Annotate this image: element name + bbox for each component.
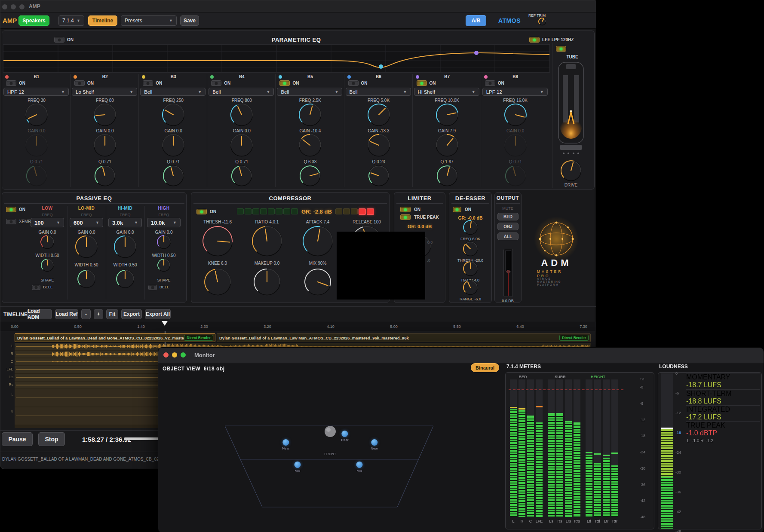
audio-object[interactable]: Near bbox=[282, 439, 289, 450]
band-freq-knob[interactable] bbox=[435, 103, 459, 127]
save-button[interactable]: Save bbox=[180, 15, 199, 26]
comp-knob[interactable] bbox=[302, 225, 334, 257]
audio-object[interactable]: Mid bbox=[356, 462, 363, 473]
audio-object-dot[interactable] bbox=[371, 439, 378, 446]
eq-curve-display[interactable] bbox=[3, 44, 550, 73]
close-icon[interactable] bbox=[2, 4, 7, 9]
band-on-toggle[interactable] bbox=[417, 80, 427, 86]
band-type-select[interactable]: Bell▼ bbox=[277, 88, 342, 96]
band-gain-knob[interactable] bbox=[93, 133, 117, 157]
limiter-on-toggle[interactable] bbox=[400, 207, 411, 212]
band-on-toggle[interactable] bbox=[211, 80, 221, 86]
audio-object[interactable]: Near bbox=[371, 439, 378, 450]
passive-width-knob[interactable] bbox=[115, 269, 135, 289]
band-q-knob[interactable] bbox=[436, 165, 458, 187]
band-on-toggle[interactable] bbox=[279, 80, 290, 86]
eq-node-b5[interactable] bbox=[379, 64, 383, 69]
passive-gain-knob[interactable] bbox=[74, 235, 98, 259]
band-gain-knob[interactable] bbox=[25, 133, 49, 157]
parametric-eq-on-toggle[interactable] bbox=[54, 37, 64, 43]
timeline-btn-export-all[interactable]: Export All bbox=[145, 309, 171, 319]
ab-compare-button[interactable]: A/B bbox=[466, 15, 486, 26]
presets-select[interactable]: Presets▼ bbox=[121, 15, 177, 26]
band-freq-knob[interactable] bbox=[25, 103, 49, 127]
passive-freq-select[interactable]: 100▼ bbox=[31, 218, 64, 227]
timeline-clip[interactable]: Dylan Gossett_Ballad of a Lawman_Dead an… bbox=[15, 333, 215, 342]
band-freq-knob[interactable] bbox=[93, 103, 117, 127]
band-gain-knob[interactable] bbox=[161, 133, 185, 157]
timeline-btn-load-adm[interactable]: Load ADM bbox=[27, 309, 52, 319]
comp-knob[interactable] bbox=[202, 225, 233, 257]
band-type-select[interactable]: LPF 12▼ bbox=[482, 88, 548, 96]
bell-toggle[interactable] bbox=[32, 285, 40, 290]
passive-freq-select[interactable]: 3.0k▼ bbox=[108, 218, 142, 227]
lfe-lpf-toggle[interactable] bbox=[529, 37, 540, 43]
passive-gain-knob[interactable] bbox=[156, 234, 172, 250]
timeline-btn--[interactable]: - bbox=[81, 309, 91, 319]
audio-object[interactable]: Mid bbox=[295, 462, 301, 473]
comp-knob[interactable] bbox=[253, 268, 281, 296]
bell-toggle[interactable] bbox=[148, 285, 157, 290]
band-q-knob[interactable] bbox=[25, 165, 48, 187]
output-all-button[interactable]: ALL bbox=[497, 232, 519, 240]
band-type-select[interactable]: Bell▼ bbox=[209, 88, 274, 96]
band-type-select[interactable]: Lo Shelf▼ bbox=[72, 88, 137, 96]
drive-knob[interactable] bbox=[560, 159, 582, 182]
timeline-clip[interactable]: Dylan Gossett_Ballad of a Lawman_Law Man… bbox=[217, 333, 591, 342]
band-type-select[interactable]: HPF 12▼ bbox=[3, 88, 69, 96]
comp-knob[interactable] bbox=[251, 225, 283, 257]
stop-button[interactable]: Stop bbox=[38, 432, 65, 446]
band-freq-knob[interactable] bbox=[367, 103, 391, 127]
comp-knob[interactable] bbox=[304, 268, 332, 296]
output-bed-button[interactable]: BED bbox=[497, 213, 519, 220]
minimize-icon[interactable] bbox=[172, 352, 177, 358]
pause-button[interactable]: Pause bbox=[2, 432, 33, 446]
timeline-ruler[interactable] bbox=[0, 322, 596, 331]
band-gain-knob[interactable] bbox=[367, 133, 391, 157]
band-gain-knob[interactable] bbox=[298, 133, 322, 157]
compressor-on-toggle[interactable] bbox=[196, 209, 207, 214]
band-q-knob[interactable] bbox=[94, 165, 116, 187]
deesser-knob[interactable] bbox=[462, 279, 479, 296]
band-on-toggle[interactable] bbox=[6, 80, 16, 86]
band-q-knob[interactable] bbox=[504, 165, 527, 187]
ref-trim-knob[interactable] bbox=[537, 17, 547, 26]
timeline-btn--[interactable]: + bbox=[94, 309, 103, 319]
deesser-knob[interactable] bbox=[462, 260, 479, 277]
timeline-btn-load-ref[interactable]: Load Ref bbox=[55, 309, 78, 319]
band-freq-knob[interactable] bbox=[298, 103, 322, 127]
band-q-knob[interactable] bbox=[162, 165, 184, 187]
band-on-toggle[interactable] bbox=[485, 80, 495, 86]
audio-object-dot[interactable] bbox=[283, 439, 289, 446]
passive-gain-knob[interactable] bbox=[40, 234, 55, 250]
band-gain-knob[interactable] bbox=[503, 133, 528, 157]
audio-object[interactable]: Rear bbox=[341, 431, 348, 442]
band-on-toggle[interactable] bbox=[74, 80, 85, 86]
audio-object-dot[interactable] bbox=[295, 462, 301, 468]
band-gain-knob[interactable] bbox=[435, 133, 459, 157]
speakers-button[interactable]: Speakers bbox=[18, 15, 49, 26]
deesser-on-toggle[interactable] bbox=[453, 207, 461, 212]
tube-on-toggle[interactable] bbox=[556, 46, 566, 52]
band-on-toggle[interactable] bbox=[348, 80, 359, 86]
passive-freq-select[interactable]: 600▼ bbox=[70, 218, 103, 227]
band-type-select[interactable]: Bell▼ bbox=[346, 88, 411, 96]
output-fader-handle[interactable] bbox=[505, 250, 511, 272]
timeline-btn-export[interactable]: Export bbox=[121, 309, 142, 319]
band-q-knob[interactable] bbox=[230, 165, 253, 187]
deesser-knob[interactable] bbox=[462, 241, 479, 257]
output-fader[interactable] bbox=[503, 249, 513, 297]
object-view-canvas[interactable] bbox=[158, 364, 506, 532]
audio-object-dot[interactable] bbox=[356, 462, 363, 468]
zoom-icon[interactable] bbox=[181, 352, 186, 358]
minimize-icon[interactable] bbox=[11, 4, 16, 9]
passive-width-knob[interactable] bbox=[156, 258, 171, 272]
true-peak-toggle[interactable] bbox=[400, 214, 411, 220]
band-gain-knob[interactable] bbox=[230, 133, 254, 157]
output-obj-button[interactable]: OBJ bbox=[497, 223, 519, 230]
audio-object-dot[interactable] bbox=[342, 431, 348, 437]
band-type-select[interactable]: Bell▼ bbox=[140, 88, 206, 96]
xfmr-toggle[interactable] bbox=[6, 219, 16, 224]
passive-width-knob[interactable] bbox=[40, 258, 55, 272]
timeline-btn-fit[interactable]: Fit bbox=[106, 309, 118, 319]
